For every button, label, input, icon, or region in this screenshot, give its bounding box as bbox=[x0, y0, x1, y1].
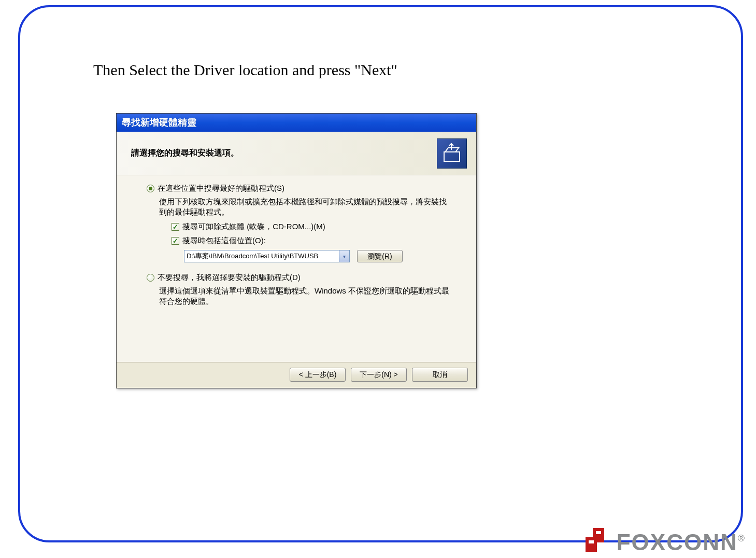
svg-rect-3 bbox=[589, 540, 594, 543]
svg-rect-2 bbox=[593, 528, 604, 542]
option2-description: 選擇這個選項來從清單中選取裝置驅動程式。Windows 不保證您所選取的驅動程式… bbox=[159, 286, 452, 306]
option-dont-search: 不要搜尋，我將選擇要安裝的驅動程式(D) 選擇這個選項來從清單中選取裝置驅動程式… bbox=[130, 273, 463, 306]
foxconn-mark-icon bbox=[583, 522, 612, 554]
svg-rect-4 bbox=[596, 531, 601, 534]
radio-dont-search[interactable]: 不要搜尋，我將選擇要安裝的驅動程式(D) bbox=[147, 273, 463, 283]
registered-mark: ® bbox=[738, 533, 745, 543]
checkbox-location-label: 搜尋時包括這個位置(O): bbox=[182, 236, 266, 246]
dialog-title: 尋找新增硬體精靈 bbox=[122, 117, 196, 128]
radio-icon bbox=[147, 185, 154, 192]
svg-rect-0 bbox=[444, 152, 460, 161]
checkbox-icon bbox=[172, 223, 179, 231]
radio-icon bbox=[147, 274, 154, 282]
checkbox-icon bbox=[172, 237, 179, 245]
path-combobox[interactable]: D:\專案\IBM\Broadcom\Test Utility\BTWUSB ▾ bbox=[184, 250, 350, 262]
option1-description: 使用下列核取方塊來限制或擴充包括本機路徑和可卸除式媒體的預設搜尋，將安裝找到的最… bbox=[159, 197, 452, 217]
dialog-title-bar[interactable]: 尋找新增硬體精靈 bbox=[117, 114, 476, 132]
path-row: D:\專案\IBM\Broadcom\Test Utility\BTWUSB ▾… bbox=[184, 250, 463, 262]
next-button[interactable]: 下一步(N) > bbox=[351, 368, 407, 382]
dialog-heading: 請選擇您的搜尋和安裝選項。 bbox=[131, 148, 239, 159]
checkbox-include-location[interactable]: 搜尋時包括這個位置(O): bbox=[172, 236, 463, 246]
checkbox-removable-media[interactable]: 搜尋可卸除式媒體 (軟碟，CD-ROM...)(M) bbox=[172, 222, 463, 232]
brand-logo: FOXCONN® bbox=[583, 522, 745, 554]
dialog-footer: < 上一步(B) 下一步(N) > 取消 bbox=[117, 362, 476, 388]
dialog-body: 在這些位置中搜尋最好的驅動程式(S) 使用下列核取方塊來限制或擴充包括本機路徑和… bbox=[117, 175, 476, 362]
checkbox-removable-label: 搜尋可卸除式媒體 (軟碟，CD-ROM...)(M) bbox=[182, 222, 325, 232]
radio-search-best-label: 在這些位置中搜尋最好的驅動程式(S) bbox=[158, 184, 284, 193]
wizard-icon bbox=[437, 138, 467, 169]
brand-name: FOXCONN bbox=[617, 529, 738, 556]
back-button[interactable]: < 上一步(B) bbox=[290, 368, 346, 382]
option-search-locations: 在這些位置中搜尋最好的驅動程式(S) 使用下列核取方塊來限制或擴充包括本機路徑和… bbox=[130, 184, 463, 262]
chevron-down-icon[interactable]: ▾ bbox=[339, 250, 349, 262]
radio-search-best[interactable]: 在這些位置中搜尋最好的驅動程式(S) bbox=[147, 184, 463, 193]
hardware-wizard-dialog: 尋找新增硬體精靈 請選擇您的搜尋和安裝選項。 在這些位置中搜尋最好的驅動程式(S… bbox=[116, 113, 477, 388]
dialog-header: 請選擇您的搜尋和安裝選項。 bbox=[117, 132, 476, 175]
path-value: D:\專案\IBM\Broadcom\Test Utility\BTWUSB bbox=[184, 250, 339, 262]
brand-text-wrap: FOXCONN® bbox=[617, 531, 745, 554]
radio-dont-search-label: 不要搜尋，我將選擇要安裝的驅動程式(D) bbox=[158, 273, 301, 283]
browse-button[interactable]: 瀏覽(R) bbox=[357, 250, 403, 262]
instruction-text: Then Select the Driver location and pres… bbox=[93, 61, 397, 79]
cancel-button[interactable]: 取消 bbox=[412, 368, 468, 382]
